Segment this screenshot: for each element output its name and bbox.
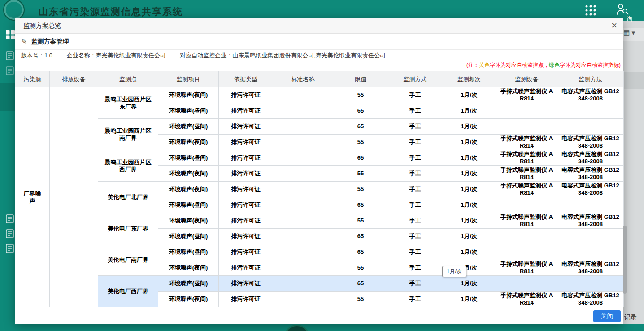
- method-cell: [557, 229, 624, 244]
- equipment-cell: 手持式噪声监测仪 AR814: [496, 182, 557, 197]
- document-icon[interactable]: [6, 51, 14, 62]
- footer-emblem-icon: [284, 325, 310, 331]
- monitoring-point-cell: 美伦电厂东厂界: [98, 213, 158, 244]
- limit-value-cell: 55: [333, 135, 388, 150]
- modal-title: 监测方案总览: [23, 22, 61, 29]
- basis-type-cell: 排污许可证: [219, 150, 273, 166]
- standard-name-cell: [273, 213, 333, 229]
- frequency-cell: 1月/次: [442, 213, 496, 229]
- table-row[interactable]: 晨鸣工业园西片区西厂界环境噪声(昼间)排污许可证65手工1月/次手持式噪声监测仪…: [15, 150, 624, 166]
- limit-value-cell: 65: [333, 150, 388, 166]
- version-info: 版本号：1.0: [21, 52, 52, 59]
- monitor-mode-cell: 手工: [388, 119, 442, 135]
- standard-name-cell: [273, 197, 333, 213]
- limit-value-cell: 55: [333, 260, 388, 276]
- monitor-mode-cell: 手工: [388, 150, 442, 166]
- basis-type-cell: 排污许可证: [219, 197, 273, 213]
- close-button[interactable]: 关闭: [593, 310, 621, 322]
- equipment-cell: [496, 229, 557, 244]
- monitor-mode-cell: 手工: [388, 166, 442, 182]
- close-icon[interactable]: ×: [611, 18, 617, 33]
- query-menu-label[interactable]: 询: [627, 15, 632, 23]
- frequency-cell: 1月/次: [442, 166, 496, 182]
- plan-table-body: 厂界噪声晨鸣工业园西片区东厂界环境噪声(夜间)排污许可证55手工1月/次手持式噪…: [15, 87, 624, 307]
- layout-grid-button[interactable]: ▦ ▾: [623, 29, 635, 37]
- auto-monitor-company-info: 对应自动监控企业：山东晨鸣纸业集团股份有限公司,寿光美伦纸业有限责任公司: [180, 52, 386, 59]
- vertical-scrollbar-thumb[interactable]: [623, 226, 627, 294]
- equipment-cell: [496, 244, 557, 260]
- method-cell: 电容式声压检测 GB12348-2008: [557, 260, 624, 276]
- table-row[interactable]: 美伦电厂西厂界环境噪声(昼间)排污许可证65手工1月/次: [15, 276, 624, 292]
- limit-value-cell: 55: [333, 87, 388, 103]
- basis-type-cell: 排污许可证: [219, 244, 273, 260]
- record-label: 记录: [624, 314, 637, 322]
- equipment-cell: 手持式噪声监测仪 AR814: [496, 87, 557, 103]
- table-row[interactable]: 美伦电厂东厂界环境噪声(夜间)排污许可证55手工1月/次手持式噪声监测仪 AR8…: [15, 213, 624, 229]
- pen-icon: ✎: [21, 37, 27, 46]
- monitor-item-cell: 环境噪声(夜间): [158, 166, 219, 182]
- monitoring-point-cell: 美伦电厂西厂界: [98, 276, 158, 307]
- method-cell: [557, 276, 624, 292]
- column-header: 污染源: [15, 71, 50, 87]
- method-cell: 电容式声压检测 GB12348-2008: [557, 150, 624, 166]
- method-cell: [557, 197, 624, 213]
- document-icon[interactable]: [6, 229, 14, 240]
- equipment-cell: 手持式噪声监测仪 AR814: [496, 135, 557, 150]
- method-cell: 电容式声压检测 GB12348-2008: [557, 166, 624, 182]
- monitor-mode-cell: 手工: [388, 103, 442, 119]
- monitor-mode-cell: 手工: [388, 87, 442, 103]
- method-cell: [557, 119, 624, 135]
- equipment-cell: [496, 119, 557, 135]
- equipment-cell: 手持式噪声监测仪 AR814: [496, 260, 557, 276]
- monitor-mode-cell: 手工: [388, 244, 442, 260]
- standard-name-cell: [273, 229, 333, 244]
- limit-value-cell: 55: [333, 166, 388, 182]
- column-header: 监测方式: [388, 71, 442, 87]
- basis-type-cell: 排污许可证: [219, 276, 273, 292]
- standard-name-cell: [273, 135, 333, 150]
- page-footer: [0, 324, 644, 331]
- document-icon[interactable]: [6, 66, 14, 77]
- table-row[interactable]: 美伦电厂北厂界环境噪声(夜间)排污许可证55手工1月/次手持式噪声监测仪 AR8…: [15, 182, 624, 197]
- monitor-item-cell: 环境噪声(昼间): [158, 229, 219, 244]
- monitor-mode-cell: 手工: [388, 260, 442, 276]
- document-icon[interactable]: [6, 244, 14, 255]
- monitoring-point-cell: 晨鸣工业园西片区东厂界: [98, 87, 158, 119]
- standard-name-cell: [273, 119, 333, 135]
- column-header: 监测设备: [496, 71, 557, 87]
- monitor-item-cell: 环境噪声(昼间): [158, 197, 219, 213]
- standard-name-cell: [273, 244, 333, 260]
- method-cell: 电容式声压检测 GB12348-2008: [557, 135, 624, 150]
- dashboard-grid-icon[interactable]: [6, 30, 15, 41]
- table-row[interactable]: 晨鸣工业园西片区南厂界环境噪声(昼间)排污许可证65手工1月/次: [15, 119, 624, 135]
- limit-value-cell: 65: [333, 276, 388, 292]
- monitoring-plan-modal: 监测方案总览 × ✎ 监测方案管理 版本号：1.0 企业名称：寿光美伦纸业有限责…: [15, 18, 623, 324]
- monitor-mode-cell: 手工: [388, 229, 442, 244]
- table-row[interactable]: 美伦电厂南厂界环境噪声(昼间)排污许可证65手工1月/次: [15, 244, 624, 260]
- monitor-item-cell: 环境噪声(夜间): [158, 292, 219, 307]
- method-cell: 电容式声压检测 GB12348-2008: [557, 182, 624, 197]
- table-row[interactable]: 厂界噪声晨鸣工业园西片区东厂界环境噪声(夜间)排污许可证55手工1月/次手持式噪…: [15, 87, 624, 103]
- column-header: 监测点: [98, 71, 158, 87]
- apps-grid-icon[interactable]: [585, 4, 596, 18]
- column-header: 依据类型: [219, 71, 273, 87]
- document-icon[interactable]: [6, 214, 14, 225]
- plan-info-row: 版本号：1.0 企业名称：寿光美伦纸业有限责任公司 对应自动监控企业：山东晨鸣纸…: [15, 50, 623, 61]
- basis-type-cell: 排污许可证: [219, 119, 273, 135]
- method-cell: [557, 103, 624, 119]
- basis-type-cell: 排污许可证: [219, 103, 273, 119]
- equipment-cell: [496, 103, 557, 119]
- monitor-item-cell: 环境噪声(昼间): [158, 276, 219, 292]
- limit-value-cell: 65: [333, 229, 388, 244]
- monitor-item-cell: 环境噪声(昼间): [158, 119, 219, 135]
- section-header: ✎ 监测方案管理: [15, 34, 623, 50]
- monitor-item-cell: 环境噪声(昼间): [158, 244, 219, 260]
- monitoring-point-cell: 美伦电厂南厂界: [98, 244, 158, 276]
- frequency-cell: 1月/次: [442, 292, 496, 307]
- method-cell: 电容式声压检测 GB12348-2008: [557, 292, 624, 307]
- limit-value-cell: 65: [333, 244, 388, 260]
- column-header: 监测方法: [557, 71, 624, 87]
- section-title: 监测方案管理: [31, 38, 69, 46]
- frequency-tooltip: 1月/次: [442, 266, 466, 277]
- standard-name-cell: [273, 150, 333, 166]
